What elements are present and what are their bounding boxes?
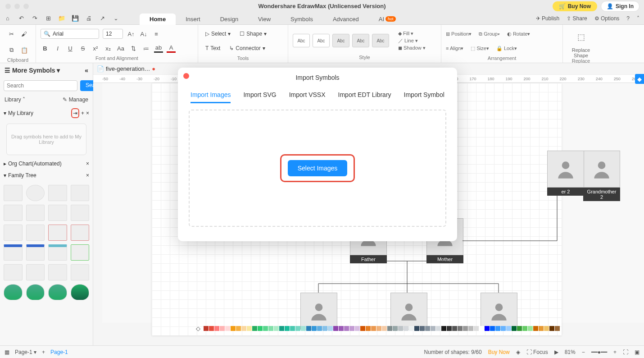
select-images-button[interactable]: Select Images bbox=[288, 160, 348, 176]
person-node[interactable] bbox=[547, 151, 584, 188]
doc-tab[interactable]: 📄 five-generation… ● bbox=[97, 65, 155, 72]
color-swatch[interactable] bbox=[328, 326, 333, 331]
color-swatch[interactable] bbox=[295, 326, 300, 331]
color-swatch[interactable] bbox=[247, 326, 252, 331]
lock-button[interactable]: 🔒 Lock▾ bbox=[496, 46, 517, 51]
bold-icon[interactable]: B bbox=[41, 44, 50, 53]
fill-button[interactable]: ◆ Fill ▾ bbox=[398, 31, 426, 37]
shape-thumb[interactable] bbox=[71, 225, 90, 241]
shape-tool[interactable]: ☐ Shape ▾ bbox=[237, 29, 269, 38]
color-swatch[interactable] bbox=[268, 326, 273, 331]
tree-shape-thumb[interactable] bbox=[4, 284, 23, 300]
manage-button[interactable]: ✎ Manage bbox=[63, 96, 88, 103]
color-swatch[interactable] bbox=[447, 326, 452, 331]
color-swatch[interactable] bbox=[204, 326, 209, 331]
help-icon[interactable]: ? bbox=[626, 15, 630, 22]
color-swatch[interactable] bbox=[414, 326, 419, 331]
import-drop-zone[interactable]: Select Images bbox=[189, 110, 446, 227]
size-button[interactable]: ⬚ Size▾ bbox=[471, 46, 489, 51]
close-modal-icon[interactable] bbox=[183, 73, 189, 79]
color-swatch[interactable] bbox=[555, 326, 560, 331]
color-swatch[interactable] bbox=[263, 326, 268, 331]
color-swatch[interactable] bbox=[241, 326, 246, 331]
color-swatch[interactable] bbox=[452, 326, 457, 331]
color-swatch[interactable] bbox=[209, 326, 214, 331]
shape-thumb[interactable] bbox=[26, 225, 45, 241]
color-swatch[interactable] bbox=[409, 326, 414, 331]
close-icon[interactable]: × bbox=[86, 161, 89, 167]
align-icon[interactable]: ≡ bbox=[152, 29, 161, 38]
spacing-icon[interactable]: ⇅ bbox=[129, 44, 138, 53]
underline-icon[interactable]: U bbox=[66, 44, 75, 53]
page-tab[interactable]: Page-1 bbox=[50, 349, 68, 355]
color-swatch[interactable] bbox=[301, 326, 306, 331]
color-swatch[interactable] bbox=[495, 326, 500, 331]
shape-thumb[interactable] bbox=[48, 244, 67, 261]
case-icon[interactable]: Aa bbox=[116, 44, 125, 53]
strike-icon[interactable]: S bbox=[78, 44, 87, 53]
color-swatch[interactable] bbox=[214, 326, 219, 331]
cut-icon[interactable]: ✂ bbox=[7, 29, 16, 38]
shape-thumb[interactable] bbox=[4, 225, 23, 241]
focus-button[interactable]: ⛶ Focus bbox=[526, 349, 548, 355]
sidebar-title[interactable]: ☰ More Symbols ▾ bbox=[5, 67, 60, 74]
home-icon[interactable]: ⌂ bbox=[4, 14, 12, 23]
close-library-icon[interactable]: × bbox=[86, 110, 89, 116]
color-swatch[interactable] bbox=[404, 326, 408, 331]
tab-import-svg[interactable]: Import SVG bbox=[243, 91, 276, 103]
shape-thumb[interactable] bbox=[71, 185, 90, 201]
window-controls[interactable] bbox=[5, 4, 29, 9]
paste-icon[interactable]: 📋 bbox=[20, 46, 29, 55]
tab-design[interactable]: Design bbox=[210, 14, 248, 25]
publish-button[interactable]: ✈ Publish bbox=[536, 15, 560, 22]
color-swatch[interactable] bbox=[512, 326, 517, 331]
color-swatch[interactable] bbox=[317, 326, 322, 331]
color-swatch[interactable] bbox=[285, 326, 290, 331]
color-swatch[interactable] bbox=[382, 326, 387, 331]
color-swatch[interactable] bbox=[458, 326, 463, 331]
shape-thumb[interactable] bbox=[26, 205, 45, 221]
chevron-down-icon[interactable]: ▾ bbox=[4, 110, 6, 116]
tab-view[interactable]: View bbox=[248, 14, 281, 25]
right-panel-toggle[interactable]: ◆ bbox=[635, 74, 644, 84]
zoom-slider[interactable]: ━━●━━ bbox=[591, 349, 607, 355]
shape-thumb[interactable] bbox=[26, 244, 45, 261]
shape-thumb[interactable] bbox=[4, 205, 23, 221]
color-swatch[interactable] bbox=[355, 326, 360, 331]
add-library-icon[interactable]: + bbox=[81, 110, 84, 116]
color-swatch[interactable] bbox=[485, 326, 490, 331]
collapse-sidebar-icon[interactable]: « bbox=[85, 67, 88, 74]
color-swatch[interactable] bbox=[387, 326, 392, 331]
shadow-button[interactable]: ◼ Shadow ▾ bbox=[398, 45, 426, 51]
position-button[interactable]: ⊞ Position▾ bbox=[446, 31, 472, 37]
tab-advanced[interactable]: Advanced bbox=[323, 14, 369, 25]
superscript-icon[interactable]: x² bbox=[91, 44, 100, 53]
color-swatch[interactable] bbox=[344, 326, 349, 331]
zoom-out-icon[interactable]: − bbox=[582, 349, 585, 355]
color-swatch[interactable] bbox=[506, 326, 511, 331]
color-swatch[interactable] bbox=[274, 326, 279, 331]
print-icon[interactable]: 🖨 bbox=[85, 14, 93, 23]
color-swatch[interactable] bbox=[549, 326, 554, 331]
tree-shape-thumb[interactable] bbox=[48, 284, 67, 300]
color-swatch[interactable] bbox=[528, 326, 533, 331]
align-button[interactable]: ≡ Align▾ bbox=[446, 46, 463, 51]
color-swatch[interactable] bbox=[339, 326, 344, 331]
color-swatch[interactable] bbox=[376, 326, 381, 331]
tab-home[interactable]: Home bbox=[140, 14, 176, 25]
fit-icon[interactable]: ▣ bbox=[635, 349, 639, 355]
share-button[interactable]: ⇪ Share bbox=[567, 15, 587, 22]
new-icon[interactable]: ⊞ bbox=[44, 14, 52, 23]
replace-shape-button[interactable]: ⬚ Replace Shape bbox=[567, 27, 594, 58]
buy-now-button[interactable]: 🛒 Buy Now bbox=[553, 1, 597, 11]
color-swatch[interactable] bbox=[474, 326, 479, 331]
save-icon[interactable]: 💾 bbox=[71, 14, 79, 23]
select-tool[interactable]: ▷ Select ▾ bbox=[203, 29, 233, 38]
color-swatch[interactable] bbox=[349, 326, 354, 331]
color-swatch[interactable] bbox=[225, 326, 230, 331]
tree-shape-thumb[interactable] bbox=[26, 284, 45, 300]
shape-thumb[interactable] bbox=[4, 264, 23, 280]
shape-thumb[interactable] bbox=[26, 185, 45, 201]
color-swatch[interactable] bbox=[517, 326, 522, 331]
color-swatch[interactable] bbox=[420, 326, 425, 331]
